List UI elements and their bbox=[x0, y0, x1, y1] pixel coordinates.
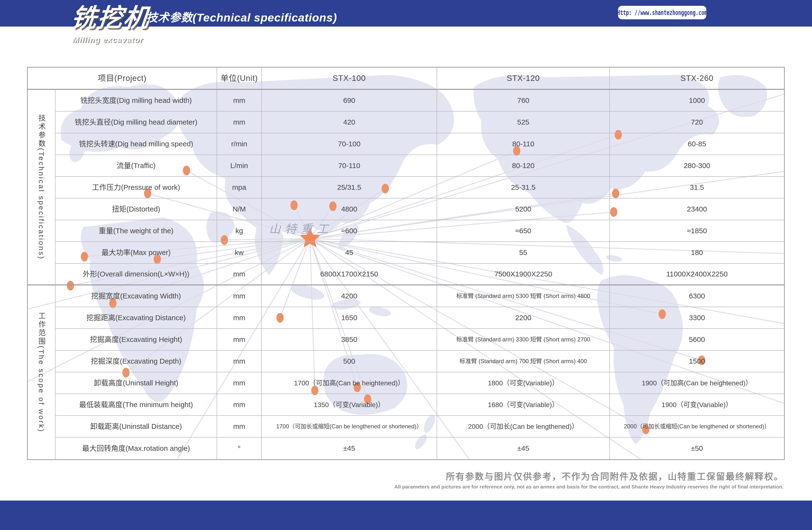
row-unit: mpa bbox=[217, 177, 262, 198]
row-unit: L/min bbox=[217, 155, 262, 177]
cell-stx100: 45 bbox=[262, 242, 437, 264]
cell-stx120: 80-110 bbox=[437, 133, 610, 155]
row-item-label: 最低装载高度(The minimum height) bbox=[56, 394, 217, 416]
cell-stx260: 23400 bbox=[610, 198, 784, 220]
row-unit: mm bbox=[217, 90, 262, 112]
cell-stx120: 1680（可变(Variable)） bbox=[437, 394, 610, 416]
cell-stx260: 280-300 bbox=[610, 155, 784, 177]
cell-stx100: 1650 bbox=[262, 307, 437, 329]
cell-stx100: 1700（可加长或缩短(Can be lengthened or shorten… bbox=[262, 416, 437, 437]
cell-stx100: 6800X1700X2150 bbox=[262, 264, 437, 285]
cell-stx120: 80-120 bbox=[437, 155, 610, 177]
cell-stx100: 1350（可变(Variable)） bbox=[262, 394, 437, 416]
row-item-label: 卸载距离(Uninstall Distance) bbox=[56, 416, 217, 437]
disclaimer-en: All parameters and pictures are for refe… bbox=[394, 484, 784, 490]
row-item-label: 铣挖头直径(Dig milling head diameter) bbox=[56, 112, 217, 133]
col-header-stx100: STX-100 bbox=[262, 68, 437, 90]
cell-stx100: ≈600 bbox=[262, 220, 437, 242]
col-header-stx120: STX-120 bbox=[437, 68, 610, 90]
row-unit: mm bbox=[217, 112, 262, 133]
cell-stx120: 标准臂 (Standard arm) 3300 短臂 (Short arms) … bbox=[437, 329, 610, 351]
cell-stx260: 180 bbox=[610, 242, 784, 264]
cell-stx120: 2000（可加长(Can be lengthened)） bbox=[437, 416, 610, 437]
row-item-label: 挖掘距离(Excavating Distance) bbox=[56, 307, 217, 329]
cell-stx100: 3850 bbox=[262, 329, 437, 351]
col-header-stx260: STX-260 bbox=[610, 68, 784, 90]
cell-stx120: 525 bbox=[437, 112, 610, 133]
cell-stx100: 4200 bbox=[262, 285, 437, 307]
row-unit: mm bbox=[217, 372, 262, 394]
cell-stx260: 1900（可变(Variable)） bbox=[610, 394, 784, 416]
cell-stx260: ±50 bbox=[610, 437, 784, 459]
cell-stx100: 70-110 bbox=[262, 155, 437, 177]
cell-stx100: ±45 bbox=[262, 437, 437, 459]
row-unit: N/M bbox=[217, 198, 262, 220]
row-item-label: 最大功率(Max power) bbox=[56, 242, 217, 264]
cell-stx120: 5200 bbox=[437, 198, 610, 220]
disclaimer-cn: 所有参数与图片仅供参考，不作为合同附件及依据，山特重工保留最终解释权。 bbox=[394, 470, 784, 483]
cell-stx260: ≈1850 bbox=[610, 220, 784, 242]
cell-stx260: 720 bbox=[610, 112, 784, 133]
page-title: 技术参数(Technical specifications) bbox=[146, 8, 337, 25]
disclaimer: 所有参数与图片仅供参考，不作为合同附件及依据，山特重工保留最终解释权。 All … bbox=[394, 470, 784, 490]
group-label-scope-of-work: 工作范围(The scope of work) bbox=[28, 285, 56, 459]
row-item-label: 重量(The weight of the) bbox=[56, 220, 217, 242]
website-url-badge[interactable]: Http: //www.shantezhonggong.com bbox=[618, 6, 706, 19]
row-item-label: 扭矩(Distorted) bbox=[56, 198, 217, 220]
cell-stx260: 11000X2400X2250 bbox=[610, 264, 784, 285]
row-item-label: 工作压力(Pressure of work) bbox=[56, 177, 217, 198]
cell-stx120: 2200 bbox=[437, 307, 610, 329]
brand-logo-en: Milling excavator bbox=[72, 35, 143, 44]
cell-stx260: 2000（可加长或缩短(Can be lengthened or shorten… bbox=[610, 416, 784, 437]
page: 铣挖机 Milling excavator 技术参数(Technical spe… bbox=[0, 0, 812, 530]
row-unit: mm bbox=[217, 394, 262, 416]
row-unit: mm bbox=[217, 264, 262, 285]
row-unit: kw bbox=[217, 242, 262, 264]
row-item-label: 挖掘深度(Excavating Depth) bbox=[56, 351, 217, 372]
cell-stx120: 760 bbox=[437, 90, 610, 112]
row-unit: mm bbox=[217, 351, 262, 372]
cell-stx100: 690 bbox=[262, 90, 437, 112]
row-item-label: 铣挖头宽度(Dig milling head width) bbox=[56, 90, 217, 112]
cell-stx100: 1700（可加高(Can be heightened)） bbox=[262, 372, 437, 394]
cell-stx260: 1500 bbox=[610, 351, 784, 372]
cell-stx100: 500 bbox=[262, 351, 437, 372]
cell-stx100: 4800 bbox=[262, 198, 437, 220]
row-unit: mm bbox=[217, 307, 262, 329]
cell-stx120: ±45 bbox=[437, 437, 610, 459]
cell-stx260: 1900（可加高(Can be heightened)） bbox=[610, 372, 784, 394]
cell-stx120: 标准臂 (Standard arm) 700 短臂 (Short arms) 4… bbox=[437, 351, 610, 372]
group-label-technical-specs: 技术参数(Technical specifications) bbox=[28, 90, 56, 285]
row-unit: mm bbox=[217, 416, 262, 437]
row-item-label: 最大回转角度(Max.rotation angle) bbox=[56, 437, 217, 459]
row-unit: r/min bbox=[217, 133, 262, 155]
cell-stx120: 7500X1900X2250 bbox=[437, 264, 610, 285]
col-header-project: 项目(Project) bbox=[28, 68, 217, 90]
col-header-unit: 单位(Unit) bbox=[217, 68, 262, 90]
row-item-label: 卸载高度(Uninstall Height) bbox=[56, 372, 217, 394]
cell-stx100: 420 bbox=[262, 112, 437, 133]
cell-stx260: 60-85 bbox=[610, 133, 784, 155]
row-item-label: 外形(Overall dimension(L×W×H)) bbox=[56, 264, 217, 285]
brand-logo-cn: 铣挖机 bbox=[70, 5, 151, 30]
row-unit: mm bbox=[217, 329, 262, 351]
cell-stx120: 55 bbox=[437, 242, 610, 264]
cell-stx120: 25-31.5 bbox=[437, 177, 610, 198]
row-item-label: 挖掘高度(Excavating Height) bbox=[56, 329, 217, 351]
row-item-label: 铣挖头转速(Dig head milling speed) bbox=[56, 133, 217, 155]
row-item-label: 挖掘宽度(Excavating Width) bbox=[56, 285, 217, 307]
cell-stx100: 25/31.5 bbox=[262, 177, 437, 198]
row-unit: mm bbox=[217, 285, 262, 307]
cell-stx260: 31.5 bbox=[610, 177, 784, 198]
cell-stx260: 1000 bbox=[610, 90, 784, 112]
cell-stx260: 6300 bbox=[610, 285, 784, 307]
row-unit: ° bbox=[217, 437, 262, 459]
website-url-text: Http: //www.shantezhonggong.com bbox=[617, 9, 707, 17]
cell-stx120: ≈650 bbox=[437, 220, 610, 242]
bottom-bar bbox=[0, 501, 812, 530]
cell-stx120: 1800（可变(Variable)） bbox=[437, 372, 610, 394]
cell-stx120: 标准臂 (Standard arm) 5300 短臂 (Short arms) … bbox=[437, 285, 610, 307]
cell-stx260: 3300 bbox=[610, 307, 784, 329]
row-item-label: 流量(Traffic) bbox=[56, 155, 217, 177]
row-unit: kg bbox=[217, 220, 262, 242]
